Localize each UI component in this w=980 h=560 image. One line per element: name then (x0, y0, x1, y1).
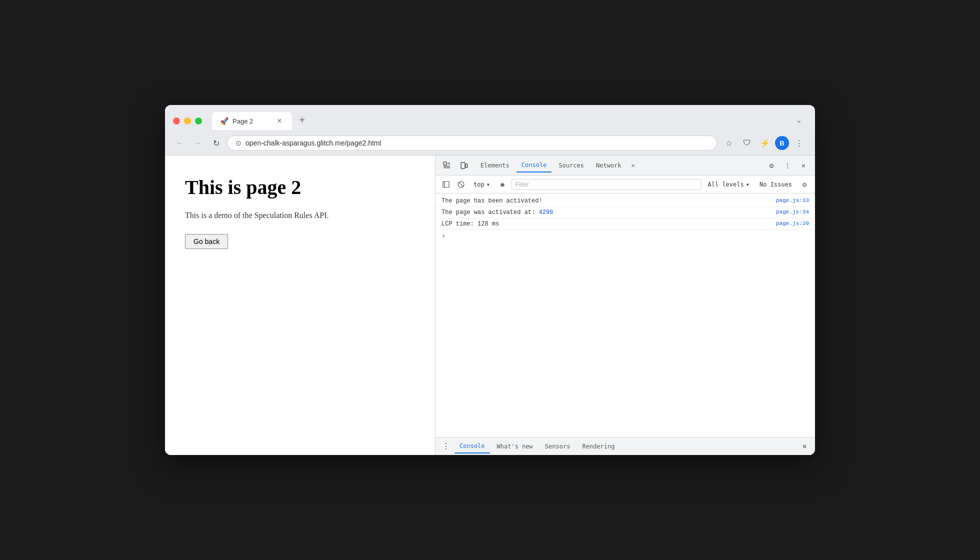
address-bar: ← → ↻ ⊙ open-chalk-asparagus.glitch.me/p… (165, 131, 815, 156)
console-eye-button[interactable]: ◉ (496, 178, 509, 191)
context-arrow-icon: ▾ (486, 181, 490, 188)
browser-tab[interactable]: 🚀 Page 2 × (212, 112, 292, 130)
profile-avatar[interactable]: B (775, 136, 789, 150)
tab-favicon: 🚀 (220, 117, 228, 125)
console-entry-1: The page has been activated! page.js:33 (436, 196, 815, 207)
elements-tab[interactable]: Elements (476, 159, 514, 172)
bottom-close-button[interactable]: × (798, 440, 811, 453)
more-tabs-button[interactable]: » (628, 160, 638, 171)
svg-rect-0 (444, 162, 446, 165)
url-bar[interactable]: ⊙ open-chalk-asparagus.glitch.me/page2.h… (227, 136, 717, 150)
devtools-close-button[interactable]: × (796, 158, 811, 173)
toolbar-icons: ☆ 🛡 ⚡ B ⋮ (721, 135, 807, 151)
no-issues-label: No Issues (756, 180, 796, 189)
browser-window: 🚀 Page 2 × + ⌄ ← → ↻ ⊙ open-chalk-aspara… (165, 105, 815, 455)
bottom-console-tab[interactable]: Console (454, 440, 490, 454)
devtools-header: Elements Console Sources Network » ⚙ ⋮ × (436, 156, 815, 176)
title-bar: 🚀 Page 2 × + ⌄ (165, 105, 815, 131)
bottom-sensors-tab[interactable]: Sensors (540, 440, 576, 453)
traffic-lights (173, 118, 202, 124)
levels-arrow-icon: ▾ (746, 181, 750, 188)
console-filter-input[interactable] (511, 179, 702, 190)
tab-close-button[interactable]: × (275, 116, 284, 126)
console-clear-button[interactable] (454, 178, 468, 191)
svg-rect-2 (466, 164, 468, 168)
tab-dropdown-button[interactable]: ⌄ (791, 112, 807, 128)
devtools-settings-button[interactable]: ⚙ (764, 158, 779, 173)
devtools-tabs: Elements Console Sources Network » (476, 158, 762, 172)
sources-tab[interactable]: Sources (554, 159, 589, 172)
devtools-panel: Elements Console Sources Network » ⚙ ⋮ × (435, 156, 815, 455)
console-entry-text-3: LCP time: 128 ms (442, 220, 768, 228)
page-heading: This is page 2 (185, 176, 415, 199)
devtools-more-button[interactable]: ⋮ (780, 158, 795, 173)
context-selector[interactable]: top ▾ (470, 180, 494, 189)
console-sidebar-button[interactable] (440, 178, 452, 191)
console-output: The page has been activated! page.js:33 … (436, 194, 815, 437)
forward-button[interactable]: → (191, 136, 205, 150)
bookmark-button[interactable]: ☆ (721, 135, 737, 151)
console-link-3[interactable]: page.js:20 (768, 220, 809, 226)
network-tab[interactable]: Network (591, 159, 626, 172)
console-entry-2: The page was activated at: 4298 page.js:… (436, 207, 815, 218)
new-tab-button[interactable]: + (294, 112, 310, 128)
console-entry-text-2: The page was activated at: 4298 (442, 209, 768, 216)
console-prompt[interactable]: › (436, 230, 815, 242)
chrome-menu-button[interactable]: ⋮ (791, 135, 807, 151)
levels-selector[interactable]: All levels ▾ (704, 180, 753, 189)
console-link-1[interactable]: page.js:33 (768, 198, 809, 204)
maximize-traffic-light[interactable] (195, 118, 202, 124)
console-number-2: 4298 (538, 209, 553, 216)
page-description: This is a demo of the Speculation Rules … (185, 211, 415, 220)
svg-rect-1 (461, 162, 465, 168)
console-settings-button[interactable]: ⚙ (798, 178, 811, 191)
prompt-arrow-icon: › (442, 232, 446, 240)
webpage: This is page 2 This is a demo of the Spe… (165, 156, 435, 455)
context-label: top (474, 181, 484, 188)
tab-bar: 🚀 Page 2 × + (212, 112, 785, 130)
tab-title: Page 2 (232, 118, 271, 125)
svg-rect-3 (443, 182, 449, 188)
bottom-dots-button[interactable]: ⋮ (440, 440, 452, 453)
cast-button[interactable]: ⚡ (757, 135, 773, 151)
device-toggle-button[interactable] (456, 158, 472, 173)
svg-line-6 (459, 182, 463, 186)
console-tab[interactable]: Console (516, 158, 552, 172)
devtools-bottom-bar: ⋮ Console What's new Sensors Rendering × (436, 437, 815, 455)
url-text: open-chalk-asparagus.glitch.me/page2.htm… (246, 139, 708, 147)
bottom-rendering-tab[interactable]: Rendering (577, 440, 620, 453)
levels-label: All levels (708, 181, 744, 188)
main-content: This is page 2 This is a demo of the Spe… (165, 156, 815, 455)
console-entry-text-1: The page has been activated! (442, 198, 768, 204)
console-link-2[interactable]: page.js:34 (768, 209, 809, 215)
reload-button[interactable]: ↻ (209, 136, 223, 150)
go-back-button[interactable]: Go back (185, 234, 228, 249)
inspect-element-button[interactable] (440, 158, 454, 173)
devtools-header-actions: ⚙ ⋮ × (764, 158, 811, 173)
close-traffic-light[interactable] (173, 118, 180, 124)
minimize-traffic-light[interactable] (184, 118, 191, 124)
security-icon: ⊙ (236, 139, 242, 147)
console-entry-3: LCP time: 128 ms page.js:20 (436, 218, 815, 230)
extension-button[interactable]: 🛡 (739, 135, 755, 151)
back-button[interactable]: ← (173, 136, 187, 150)
bottom-whats-new-tab[interactable]: What's new (492, 440, 538, 453)
console-toolbar: top ▾ ◉ All levels ▾ No Issues ⚙ (436, 176, 815, 194)
